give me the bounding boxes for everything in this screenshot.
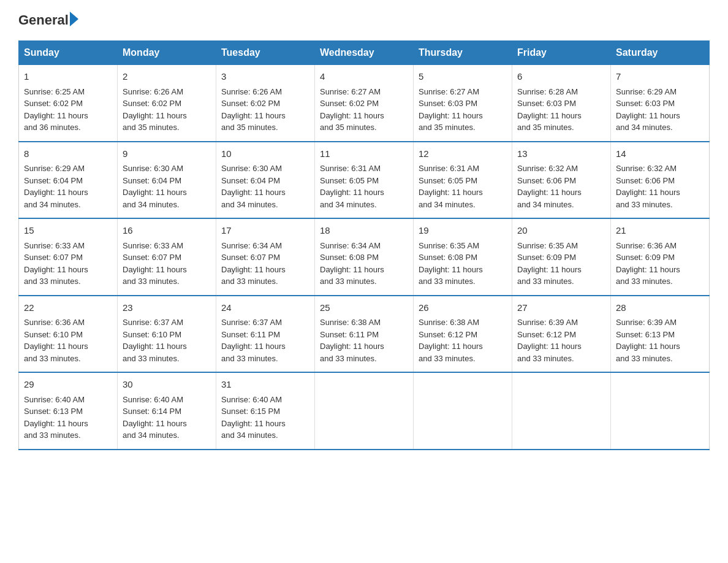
calendar-cell xyxy=(611,372,710,450)
day-number: 7 xyxy=(616,70,704,84)
day-number: 23 xyxy=(123,301,211,315)
column-header-thursday: Thursday xyxy=(414,41,512,65)
day-info: Sunrise: 6:31 AMSunset: 6:05 PMDaylight:… xyxy=(320,163,408,210)
day-info: Sunrise: 6:28 AMSunset: 6:03 PMDaylight:… xyxy=(517,86,605,134)
day-info: Sunrise: 6:25 AMSunset: 6:02 PMDaylight:… xyxy=(24,86,112,134)
column-header-sunday: Sunday xyxy=(19,41,118,65)
day-info: Sunrise: 6:34 AMSunset: 6:07 PMDaylight:… xyxy=(221,240,309,288)
day-number: 24 xyxy=(221,301,309,315)
day-info: Sunrise: 6:38 AMSunset: 6:12 PMDaylight:… xyxy=(419,316,507,364)
calendar-cell: 28Sunrise: 6:39 AMSunset: 6:13 PMDayligh… xyxy=(611,296,710,373)
day-number: 8 xyxy=(24,147,112,161)
day-number: 22 xyxy=(24,301,112,315)
day-number: 14 xyxy=(616,147,704,161)
calendar-table: SundayMondayTuesdayWednesdayThursdayFrid… xyxy=(18,40,710,450)
calendar-cell: 1Sunrise: 6:25 AMSunset: 6:02 PMDaylight… xyxy=(19,65,118,142)
day-number: 30 xyxy=(123,378,211,392)
day-info: Sunrise: 6:40 AMSunset: 6:14 PMDaylight:… xyxy=(123,394,211,442)
day-number: 10 xyxy=(221,147,309,161)
day-info: Sunrise: 6:30 AMSunset: 6:04 PMDaylight:… xyxy=(123,163,211,210)
column-header-saturday: Saturday xyxy=(611,41,710,65)
calendar-cell: 31Sunrise: 6:40 AMSunset: 6:15 PMDayligh… xyxy=(216,372,315,450)
day-number: 21 xyxy=(616,224,704,238)
day-number: 27 xyxy=(517,301,605,315)
day-info: Sunrise: 6:31 AMSunset: 6:05 PMDaylight:… xyxy=(419,163,507,210)
calendar-cell: 25Sunrise: 6:38 AMSunset: 6:11 PMDayligh… xyxy=(315,296,414,373)
logo: General xyxy=(18,12,78,28)
calendar-cell: 6Sunrise: 6:28 AMSunset: 6:03 PMDaylight… xyxy=(512,65,611,142)
column-header-tuesday: Tuesday xyxy=(216,41,315,65)
calendar-cell: 21Sunrise: 6:36 AMSunset: 6:09 PMDayligh… xyxy=(611,218,710,296)
logo-general-text: General xyxy=(18,12,69,28)
calendar-cell: 13Sunrise: 6:32 AMSunset: 6:06 PMDayligh… xyxy=(512,142,611,219)
day-number: 31 xyxy=(221,378,309,392)
day-info: Sunrise: 6:30 AMSunset: 6:04 PMDaylight:… xyxy=(221,163,309,210)
day-number: 3 xyxy=(221,70,309,84)
calendar-cell: 19Sunrise: 6:35 AMSunset: 6:08 PMDayligh… xyxy=(414,218,512,296)
calendar-cell: 14Sunrise: 6:32 AMSunset: 6:06 PMDayligh… xyxy=(611,142,710,219)
day-number: 9 xyxy=(123,147,211,161)
day-info: Sunrise: 6:29 AMSunset: 6:03 PMDaylight:… xyxy=(616,86,704,134)
day-number: 5 xyxy=(419,70,507,84)
day-number: 19 xyxy=(419,224,507,238)
calendar-cell: 2Sunrise: 6:26 AMSunset: 6:02 PMDaylight… xyxy=(118,65,216,142)
calendar-week-row: 1Sunrise: 6:25 AMSunset: 6:02 PMDaylight… xyxy=(19,65,710,142)
calendar-cell: 29Sunrise: 6:40 AMSunset: 6:13 PMDayligh… xyxy=(19,372,118,450)
day-info: Sunrise: 6:33 AMSunset: 6:07 PMDaylight:… xyxy=(24,240,112,288)
day-number: 29 xyxy=(24,378,112,392)
calendar-week-row: 15Sunrise: 6:33 AMSunset: 6:07 PMDayligh… xyxy=(19,218,710,296)
calendar-week-row: 8Sunrise: 6:29 AMSunset: 6:04 PMDaylight… xyxy=(19,142,710,219)
day-number: 6 xyxy=(517,70,605,84)
calendar-cell: 5Sunrise: 6:27 AMSunset: 6:03 PMDaylight… xyxy=(414,65,512,142)
day-info: Sunrise: 6:39 AMSunset: 6:13 PMDaylight:… xyxy=(616,316,704,364)
day-info: Sunrise: 6:37 AMSunset: 6:10 PMDaylight:… xyxy=(123,316,211,364)
calendar-cell: 17Sunrise: 6:34 AMSunset: 6:07 PMDayligh… xyxy=(216,218,315,296)
day-number: 4 xyxy=(320,70,408,84)
column-header-wednesday: Wednesday xyxy=(315,41,414,65)
calendar-cell: 12Sunrise: 6:31 AMSunset: 6:05 PMDayligh… xyxy=(414,142,512,219)
day-number: 25 xyxy=(320,301,408,315)
day-info: Sunrise: 6:33 AMSunset: 6:07 PMDaylight:… xyxy=(123,240,211,288)
day-info: Sunrise: 6:29 AMSunset: 6:04 PMDaylight:… xyxy=(24,163,112,210)
day-number: 12 xyxy=(419,147,507,161)
calendar-cell: 9Sunrise: 6:30 AMSunset: 6:04 PMDaylight… xyxy=(118,142,216,219)
day-info: Sunrise: 6:36 AMSunset: 6:09 PMDaylight:… xyxy=(616,240,704,288)
calendar-cell xyxy=(315,372,414,450)
day-info: Sunrise: 6:38 AMSunset: 6:11 PMDaylight:… xyxy=(320,316,408,364)
day-info: Sunrise: 6:26 AMSunset: 6:02 PMDaylight:… xyxy=(123,86,211,134)
day-info: Sunrise: 6:34 AMSunset: 6:08 PMDaylight:… xyxy=(320,240,408,288)
day-number: 13 xyxy=(517,147,605,161)
day-info: Sunrise: 6:35 AMSunset: 6:08 PMDaylight:… xyxy=(419,240,507,288)
day-number: 28 xyxy=(616,301,704,315)
day-number: 11 xyxy=(320,147,408,161)
calendar-cell: 18Sunrise: 6:34 AMSunset: 6:08 PMDayligh… xyxy=(315,218,414,296)
calendar-cell xyxy=(414,372,512,450)
calendar-cell: 23Sunrise: 6:37 AMSunset: 6:10 PMDayligh… xyxy=(118,296,216,373)
calendar-cell: 16Sunrise: 6:33 AMSunset: 6:07 PMDayligh… xyxy=(118,218,216,296)
day-number: 16 xyxy=(123,224,211,238)
calendar-cell: 7Sunrise: 6:29 AMSunset: 6:03 PMDaylight… xyxy=(611,65,710,142)
day-info: Sunrise: 6:36 AMSunset: 6:10 PMDaylight:… xyxy=(24,316,112,364)
logo-arrow-icon xyxy=(70,12,78,26)
calendar-cell: 8Sunrise: 6:29 AMSunset: 6:04 PMDaylight… xyxy=(19,142,118,219)
calendar-cell: 11Sunrise: 6:31 AMSunset: 6:05 PMDayligh… xyxy=(315,142,414,219)
day-number: 2 xyxy=(123,70,211,84)
day-info: Sunrise: 6:27 AMSunset: 6:02 PMDaylight:… xyxy=(320,86,408,134)
calendar-cell: 22Sunrise: 6:36 AMSunset: 6:10 PMDayligh… xyxy=(19,296,118,373)
day-info: Sunrise: 6:35 AMSunset: 6:09 PMDaylight:… xyxy=(517,240,605,288)
day-number: 1 xyxy=(24,70,112,84)
day-number: 17 xyxy=(221,224,309,238)
calendar-cell: 4Sunrise: 6:27 AMSunset: 6:02 PMDaylight… xyxy=(315,65,414,142)
day-info: Sunrise: 6:37 AMSunset: 6:11 PMDaylight:… xyxy=(221,316,309,364)
day-number: 20 xyxy=(517,224,605,238)
calendar-cell: 15Sunrise: 6:33 AMSunset: 6:07 PMDayligh… xyxy=(19,218,118,296)
calendar-cell: 27Sunrise: 6:39 AMSunset: 6:12 PMDayligh… xyxy=(512,296,611,373)
page-header: General xyxy=(18,12,710,28)
calendar-cell: 30Sunrise: 6:40 AMSunset: 6:14 PMDayligh… xyxy=(118,372,216,450)
day-info: Sunrise: 6:27 AMSunset: 6:03 PMDaylight:… xyxy=(419,86,507,134)
calendar-cell xyxy=(512,372,611,450)
calendar-header-row: SundayMondayTuesdayWednesdayThursdayFrid… xyxy=(19,41,710,65)
calendar-cell: 24Sunrise: 6:37 AMSunset: 6:11 PMDayligh… xyxy=(216,296,315,373)
day-info: Sunrise: 6:40 AMSunset: 6:15 PMDaylight:… xyxy=(221,394,309,442)
day-number: 26 xyxy=(419,301,507,315)
